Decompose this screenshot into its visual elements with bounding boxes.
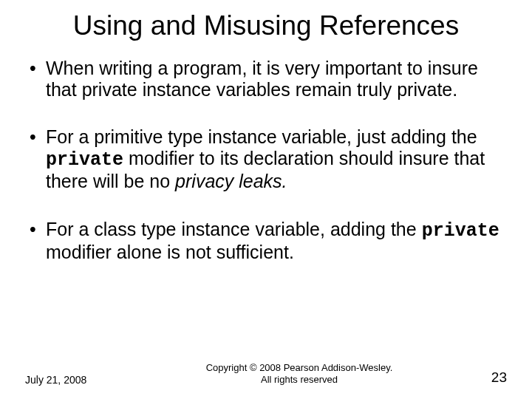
bullet-text-pre: For a class type instance variable, addi… (46, 219, 422, 239)
code-keyword: private (46, 149, 123, 171)
copyright-line2: All rights reserved (261, 374, 338, 385)
bullet-text-post: modifier alone is not sufficient. (46, 242, 294, 262)
footer-copyright: Copyright © 2008 Pearson Addison-Wesley.… (121, 362, 477, 386)
code-keyword: private (422, 220, 499, 242)
slide: Using and Misusing References When writi… (0, 0, 532, 399)
footer-date: July 21, 2008 (25, 374, 121, 386)
bullet-item: For a primitive type instance variable, … (25, 126, 507, 192)
bullet-item: For a class type instance variable, addi… (25, 219, 507, 263)
bullet-item: When writing a program, it is very impor… (25, 58, 507, 100)
copyright-line1: Copyright © 2008 Pearson Addison-Wesley. (206, 362, 393, 373)
bullet-list: When writing a program, it is very impor… (25, 58, 507, 263)
italic-term: privacy leaks. (175, 171, 287, 191)
slide-footer: July 21, 2008 Copyright © 2008 Pearson A… (0, 362, 532, 386)
bullet-text: When writing a program, it is very impor… (46, 58, 478, 100)
slide-title: Using and Misusing References (25, 10, 507, 41)
bullet-text-pre: For a primitive type instance variable, … (46, 126, 477, 147)
footer-page-number: 23 (477, 369, 507, 386)
